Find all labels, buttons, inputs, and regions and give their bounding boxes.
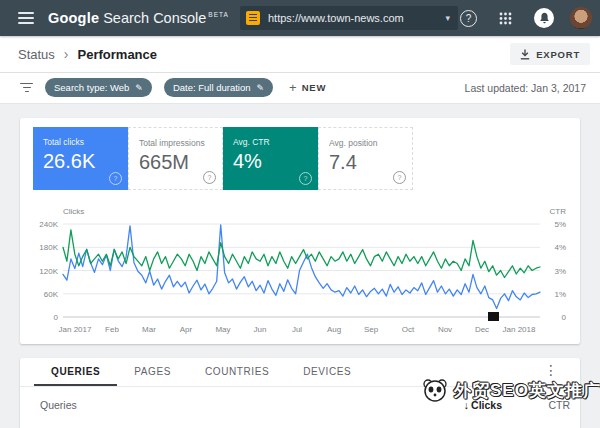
column-header-ctr[interactable]: CTR — [548, 399, 570, 411]
top-app-bar: GoogleSearch ConsoleBETA https://www.tow… — [0, 0, 600, 36]
svg-text:3%: 3% — [554, 267, 566, 276]
svg-text:180K: 180K — [39, 243, 58, 252]
svg-text:Jul: Jul — [292, 325, 302, 334]
property-url: https://www.town-news.com — [268, 12, 445, 24]
app-logo: GoogleSearch ConsoleBETA — [48, 10, 229, 26]
svg-text:5%: 5% — [554, 220, 566, 229]
svg-text:Jun: Jun — [254, 325, 267, 334]
tab-devices[interactable]: DEVICES — [286, 358, 368, 386]
help-icon[interactable]: ? — [460, 10, 477, 27]
svg-text:Aug: Aug — [327, 325, 341, 334]
performance-chart[interactable]: 240K180K120K60K05%4%3%1%0ClicksCTRJan 20… — [20, 118, 580, 344]
svg-text:May: May — [215, 325, 230, 334]
svg-text:0: 0 — [54, 313, 59, 322]
product-name: Search Console — [103, 10, 206, 26]
table-header-row: Queries ↓Clicks CTR — [20, 387, 580, 421]
svg-text:120K: 120K — [39, 267, 58, 276]
svg-text:Jan 2018: Jan 2018 — [503, 325, 536, 334]
chevron-down-icon: ▾ — [445, 13, 450, 23]
new-filter-label: NEW — [302, 82, 327, 93]
filter-chip-date[interactable]: Date: Full duration ✎ — [164, 78, 273, 97]
svg-text:Sep: Sep — [364, 325, 379, 334]
column-header-queries: Queries — [40, 399, 77, 411]
breadcrumb-bar: Status › Performance EXPORT — [0, 36, 600, 73]
property-icon — [246, 11, 260, 25]
edit-pencil-icon: ✎ — [257, 83, 265, 93]
chip-label: Date: Full duration — [173, 82, 251, 93]
svg-text:60K: 60K — [44, 290, 59, 299]
performance-chart-card: Total clicks 26.6K ? Total impressions 6… — [20, 118, 580, 344]
svg-text:1%: 1% — [554, 290, 566, 299]
topbar-actions: ? — [460, 0, 600, 36]
column-header-clicks[interactable]: ↓Clicks — [464, 399, 502, 411]
notifications-bell-icon[interactable] — [534, 8, 554, 28]
filter-chip-search-type[interactable]: Search type: Web ✎ — [45, 78, 152, 97]
svg-text:Dec: Dec — [475, 325, 489, 334]
export-label: EXPORT — [536, 49, 580, 60]
page-title: Performance — [78, 47, 157, 62]
more-options-icon[interactable]: ⋮ — [544, 362, 558, 378]
hamburger-menu-icon[interactable] — [18, 9, 34, 27]
filter-icon[interactable] — [20, 80, 33, 95]
svg-text:Feb: Feb — [105, 325, 119, 334]
property-selector[interactable]: https://www.town-news.com ▾ — [240, 6, 458, 30]
tab-queries[interactable]: QUERIES — [34, 358, 117, 386]
brand-name: Google — [48, 10, 99, 26]
sort-arrow-icon: ↓ — [464, 399, 469, 411]
dimension-tabs: QUERIES PAGES COUNTRIES DEVICES ⋮ — [20, 358, 580, 387]
svg-text:Apr: Apr — [180, 325, 193, 334]
svg-text:Jan 2017: Jan 2017 — [59, 325, 92, 334]
chip-label: Search type: Web — [54, 82, 129, 93]
tab-pages[interactable]: PAGES — [117, 358, 188, 386]
edit-pencil-icon: ✎ — [135, 83, 143, 93]
last-updated-text: Last updated: Jan 3, 2017 — [465, 82, 586, 94]
new-filter-button[interactable]: + NEW — [289, 80, 326, 95]
breadcrumb-separator-icon: › — [64, 46, 69, 62]
svg-text:Oct: Oct — [402, 325, 415, 334]
download-icon — [520, 49, 530, 60]
beta-badge: BETA — [208, 11, 229, 18]
svg-text:Clicks: Clicks — [63, 207, 84, 216]
plus-icon: + — [289, 80, 297, 95]
apps-grid-icon[interactable] — [499, 12, 512, 25]
breadcrumb-status[interactable]: Status — [18, 47, 55, 62]
export-button[interactable]: EXPORT — [510, 43, 590, 65]
user-avatar[interactable] — [570, 7, 592, 29]
filter-bar: Search type: Web ✎ Date: Full duration ✎… — [0, 72, 600, 104]
dimensions-table-card: QUERIES PAGES COUNTRIES DEVICES ⋮ Querie… — [20, 358, 580, 428]
svg-text:240K: 240K — [39, 220, 58, 229]
svg-text:4%: 4% — [554, 243, 566, 252]
svg-text:CTR: CTR — [550, 207, 567, 216]
svg-text:Mar: Mar — [142, 325, 156, 334]
svg-text:0: 0 — [562, 313, 567, 322]
mouse-cursor-artifact — [488, 312, 499, 321]
app-window: GoogleSearch ConsoleBETA https://www.tow… — [0, 0, 600, 428]
svg-text:Nov: Nov — [438, 325, 452, 334]
tab-countries[interactable]: COUNTRIES — [188, 358, 286, 386]
